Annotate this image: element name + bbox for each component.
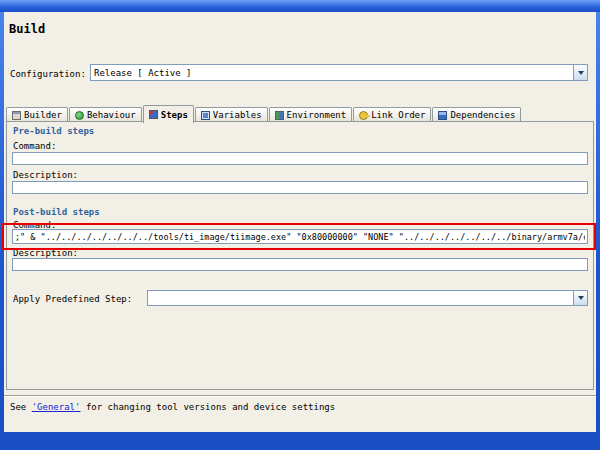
tab-dependencies[interactable]: Dependencies <box>432 107 521 122</box>
pre-build-description-input[interactable] <box>12 181 588 194</box>
pre-build-command-input[interactable] <box>12 152 588 165</box>
apply-predefined-step-label: Apply Predefined Step: <box>13 294 132 304</box>
steps-icon <box>149 110 158 119</box>
general-link[interactable]: 'General' <box>32 402 81 412</box>
configuration-label: Configuration: <box>10 69 86 79</box>
tab-label: Steps <box>161 110 188 120</box>
steps-tab-panel: Pre-build steps Command: Description: Po… <box>6 121 594 390</box>
post-build-command-input[interactable] <box>12 229 588 244</box>
tab-label: Environment <box>287 110 347 120</box>
footer-separator <box>4 395 596 397</box>
variables-icon <box>201 111 210 120</box>
tab-label: Variables <box>213 110 262 120</box>
tab-label: Behaviour <box>87 110 136 120</box>
tab-label: Link Order <box>371 110 425 120</box>
build-properties-page: Build Configuration: Release [ Active ] … <box>4 12 596 432</box>
tab-variables[interactable]: Variables <box>195 107 268 122</box>
chevron-down-icon[interactable] <box>573 291 587 305</box>
key-icon <box>359 111 368 120</box>
tab-environment[interactable]: Environment <box>269 107 353 122</box>
pre-build-command-label: Command: <box>13 141 56 151</box>
post-build-description-label: Description: <box>13 248 78 258</box>
configuration-value: Release [ Active ] <box>91 68 573 78</box>
dependencies-icon <box>438 111 447 120</box>
tab-behaviour[interactable]: Behaviour <box>69 107 142 122</box>
post-build-description-input[interactable] <box>12 258 588 271</box>
tab-label: Builder <box>24 110 62 120</box>
builder-icon <box>12 111 21 120</box>
configuration-select[interactable]: Release [ Active ] <box>90 64 588 81</box>
pre-build-heading: Pre-build steps <box>13 126 94 136</box>
chevron-down-icon[interactable] <box>573 65 587 80</box>
tab-bar: Builder Behaviour Steps Variables Enviro… <box>6 104 594 122</box>
footer-text-prefix: See <box>10 402 32 412</box>
tab-builder[interactable]: Builder <box>6 107 68 122</box>
page-title: Build <box>9 22 45 36</box>
apply-predefined-step-select[interactable] <box>147 290 588 306</box>
footer-note: See 'General' for changing tool versions… <box>10 402 335 412</box>
window-titlebar[interactable] <box>0 0 600 12</box>
footer-text-suffix: for changing tool versions and device se… <box>80 402 335 412</box>
pre-build-description-label: Description: <box>13 170 78 180</box>
window: Build Configuration: Release [ Active ] … <box>0 0 600 450</box>
tab-label: Dependencies <box>450 110 515 120</box>
tab-steps[interactable]: Steps <box>143 105 194 123</box>
post-build-heading: Post-build steps <box>13 207 100 217</box>
environment-icon <box>275 111 284 120</box>
tab-link-order[interactable]: Link Order <box>353 107 431 122</box>
behaviour-icon <box>75 111 84 120</box>
